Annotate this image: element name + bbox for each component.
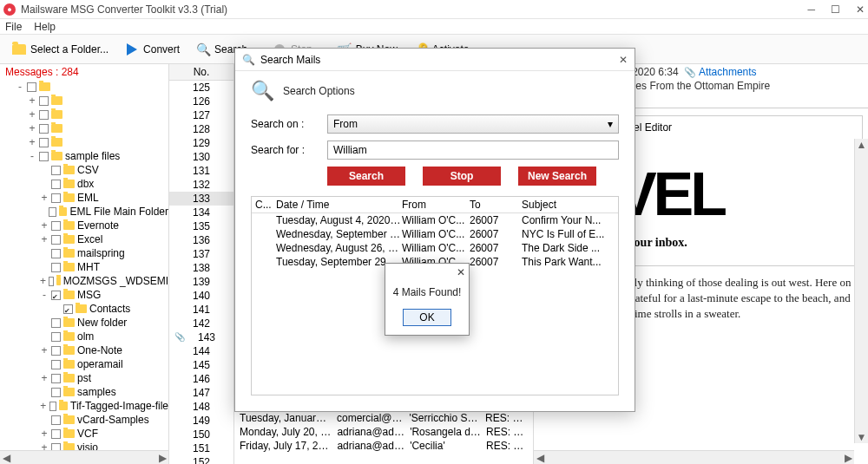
expand-icon[interactable]: + bbox=[40, 219, 49, 232]
expand-icon[interactable]: + bbox=[40, 441, 49, 450]
result-row[interactable]: Tuesday, August 4, 2020 2:53:...William … bbox=[252, 213, 618, 227]
tree-item[interactable]: - bbox=[3, 80, 168, 94]
message-row[interactable]: Tuesday, January 17, ...comercial@serri.… bbox=[234, 411, 533, 425]
scroll-down-icon[interactable]: ▼ bbox=[856, 431, 868, 443]
tree-checkbox[interactable] bbox=[39, 96, 49, 106]
tree-item[interactable]: -MSG bbox=[3, 288, 168, 302]
tree-item[interactable]: +visio bbox=[3, 441, 168, 450]
tree-checkbox[interactable] bbox=[51, 235, 61, 245]
number-row[interactable]: 138 bbox=[169, 261, 233, 275]
scroll-right-icon[interactable]: ▶ bbox=[842, 452, 854, 464]
tree-item[interactable]: dbx bbox=[3, 177, 168, 191]
close-button[interactable]: ✕ bbox=[856, 3, 865, 16]
tree-item[interactable]: +Evernote bbox=[3, 219, 168, 232]
expand-icon[interactable]: + bbox=[40, 428, 49, 440]
expand-icon[interactable]: + bbox=[28, 122, 36, 134]
dialog-close-button[interactable]: ✕ bbox=[619, 54, 628, 66]
number-row[interactable]: 152 bbox=[169, 455, 233, 464]
tree-checkbox[interactable] bbox=[51, 318, 61, 328]
expand-icon[interactable]: + bbox=[28, 108, 36, 121]
tree-item[interactable]: -sample files bbox=[3, 149, 168, 163]
menu-help[interactable]: Help bbox=[34, 21, 56, 33]
number-row[interactable]: 130 bbox=[169, 150, 233, 164]
tree-checkbox[interactable] bbox=[51, 263, 61, 272]
tree-item[interactable]: +Excel bbox=[3, 232, 168, 246]
tree-item[interactable]: + bbox=[3, 108, 168, 121]
number-row[interactable]: 134 bbox=[169, 206, 233, 219]
search-on-select[interactable]: From ▾ bbox=[327, 114, 619, 134]
number-row[interactable]: 145 bbox=[169, 358, 233, 372]
tree-checkbox[interactable] bbox=[51, 332, 61, 342]
tree-checkbox[interactable] bbox=[39, 138, 49, 147]
expand-icon[interactable]: + bbox=[40, 344, 49, 356]
number-row[interactable]: 147 bbox=[169, 386, 233, 400]
number-row[interactable]: 📎143 bbox=[169, 330, 233, 344]
tree-item[interactable]: +MOZMSGS _WDSEMI bbox=[3, 274, 168, 288]
tree-item[interactable]: EML File Main Folder bbox=[3, 205, 168, 219]
folder-tree[interactable]: -++++-sample filesCSVdbx+EMLEML File Mai… bbox=[0, 80, 168, 450]
number-row[interactable]: 126 bbox=[169, 95, 233, 108]
tree-checkbox[interactable] bbox=[51, 193, 61, 203]
number-row[interactable]: 141 bbox=[169, 303, 233, 317]
attachments-link[interactable]: Attachments bbox=[699, 66, 757, 78]
number-row[interactable]: 148 bbox=[169, 400, 233, 414]
scroll-right-icon[interactable]: ▶ bbox=[156, 452, 168, 464]
msgbox-close-button[interactable]: ✕ bbox=[457, 266, 465, 278]
minimize-button[interactable]: ─ bbox=[807, 3, 815, 16]
tree-checkbox[interactable] bbox=[39, 152, 49, 161]
tree-checkbox[interactable] bbox=[63, 304, 73, 314]
tree-item[interactable]: operamail bbox=[3, 357, 168, 371]
tree-item[interactable]: mailspring bbox=[3, 246, 168, 260]
col-to[interactable]: To bbox=[470, 199, 522, 211]
number-row[interactable]: 133 bbox=[169, 192, 233, 206]
tree-checkbox[interactable] bbox=[51, 166, 61, 175]
col-category[interactable]: C... bbox=[255, 199, 276, 211]
number-row[interactable]: 135 bbox=[169, 219, 233, 233]
tree-checkbox[interactable] bbox=[27, 82, 36, 92]
expand-icon[interactable]: + bbox=[28, 136, 36, 148]
tree-item[interactable]: + bbox=[3, 94, 168, 108]
expand-icon[interactable]: + bbox=[28, 95, 36, 107]
tree-checkbox[interactable] bbox=[51, 221, 61, 231]
number-row[interactable]: 149 bbox=[169, 414, 233, 428]
number-row[interactable]: 136 bbox=[169, 233, 233, 247]
tree-item[interactable]: +pst bbox=[3, 371, 168, 385]
search-for-input[interactable] bbox=[327, 141, 619, 160]
expand-icon[interactable]: + bbox=[40, 233, 49, 245]
expand-icon[interactable]: + bbox=[40, 275, 46, 287]
col-date[interactable]: Date / Time bbox=[276, 199, 402, 211]
number-row[interactable]: 137 bbox=[169, 247, 233, 261]
tree-item[interactable]: CSV bbox=[3, 163, 168, 177]
tree-checkbox[interactable] bbox=[49, 207, 56, 217]
number-row[interactable]: 146 bbox=[169, 372, 233, 386]
tree-item[interactable]: +Tif-Tagged-Image-file bbox=[3, 399, 168, 413]
tree-checkbox[interactable] bbox=[51, 415, 61, 425]
number-row[interactable]: 128 bbox=[169, 122, 233, 136]
results-header[interactable]: C... Date / Time From To Subject bbox=[252, 197, 618, 213]
expand-icon[interactable]: + bbox=[40, 192, 49, 204]
number-row[interactable]: 125 bbox=[169, 81, 233, 95]
tree-item[interactable]: New folder bbox=[3, 316, 168, 330]
message-row[interactable]: Friday, July 17, 2009 ...adriana@adrian.… bbox=[234, 439, 533, 453]
number-row[interactable]: 127 bbox=[169, 108, 233, 122]
expand-icon[interactable]: - bbox=[40, 289, 49, 301]
expand-icon[interactable]: - bbox=[16, 81, 24, 93]
result-row[interactable]: Wednesday, September 16, 20...William O'… bbox=[252, 227, 618, 241]
number-row[interactable]: 139 bbox=[169, 275, 233, 289]
tree-checkbox[interactable] bbox=[49, 277, 54, 286]
expand-icon[interactable]: + bbox=[40, 372, 49, 384]
preview-vscroll[interactable]: ▲ ▼ bbox=[854, 139, 868, 443]
number-row[interactable]: 144 bbox=[169, 344, 233, 358]
tree-checkbox[interactable] bbox=[39, 124, 49, 134]
tree-checkbox[interactable] bbox=[51, 291, 61, 300]
dialog-new-search-button[interactable]: New Search bbox=[518, 167, 596, 186]
tree-checkbox[interactable] bbox=[51, 443, 61, 451]
result-row[interactable]: Wednesday, August 26, 2020 ...William O'… bbox=[252, 241, 618, 255]
tree-checkbox[interactable] bbox=[51, 249, 61, 258]
number-row[interactable]: 150 bbox=[169, 428, 233, 441]
tree-checkbox[interactable] bbox=[51, 429, 61, 439]
dialog-search-button[interactable]: Search bbox=[327, 167, 405, 186]
tree-item[interactable]: + bbox=[3, 135, 168, 149]
expand-icon[interactable]: - bbox=[28, 150, 36, 162]
select-folder-button[interactable]: Select a Folder... bbox=[5, 39, 115, 60]
